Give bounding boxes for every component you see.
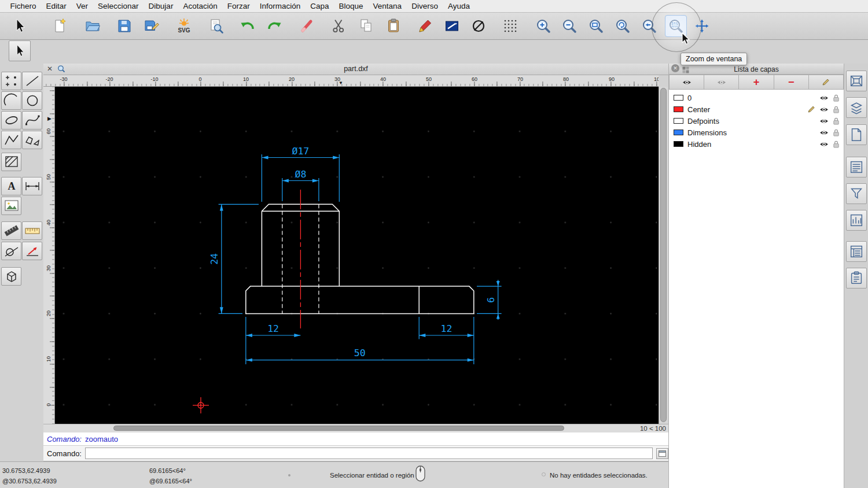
show-all-layers-button[interactable] (669, 75, 704, 90)
draw-line-button[interactable] (22, 72, 42, 90)
zoom-auto-button[interactable] (585, 15, 607, 37)
zoom-window-button[interactable] (665, 15, 687, 37)
layer-visibility-toggle[interactable] (819, 106, 829, 113)
layer-row-center[interactable]: Center (669, 103, 844, 115)
remove-layer-button[interactable]: − (774, 75, 809, 90)
edit-block-button[interactable] (441, 15, 463, 37)
menu-acotacion[interactable]: Acotación (178, 2, 222, 10)
layer-name: Dimensions (687, 128, 819, 137)
new-document-button[interactable] (49, 15, 71, 37)
red-pencil-icon (298, 17, 315, 35)
menu-editar[interactable]: Editar (41, 2, 71, 10)
pen-attributes-button[interactable] (414, 15, 436, 37)
draw-ellipse-button[interactable] (1, 111, 21, 130)
menu-forzar[interactable]: Forzar (222, 2, 255, 10)
menu-seleccionar[interactable]: Seleccionar (93, 2, 144, 10)
add-layer-button[interactable]: + (739, 75, 774, 90)
layer-lock-toggle[interactable] (833, 141, 840, 148)
select-pointer-button[interactable] (9, 15, 31, 37)
vertical-scrollbar-thumb[interactable] (660, 88, 667, 422)
layer-row-dimensions[interactable]: Dimensions (669, 127, 844, 138)
draw-shapes-button[interactable] (22, 131, 42, 149)
menu-ver[interactable]: Ver (71, 2, 93, 10)
horizontal-scrollbar-thumb[interactable] (113, 426, 564, 431)
menu-dibujar[interactable]: Dibujar (144, 2, 178, 10)
hide-all-layers-button[interactable] (704, 75, 739, 90)
list-panel-button[interactable] (846, 157, 867, 178)
layers-panel-button[interactable] (846, 97, 867, 118)
draw-point-button[interactable] (1, 72, 21, 90)
measure-ruler-button[interactable] (22, 221, 42, 240)
save-button[interactable] (113, 15, 135, 37)
zoom-in-button[interactable] (532, 15, 554, 37)
horizontal-scrollbar[interactable]: 10 < 100 (43, 424, 668, 432)
measure-circle-button[interactable] (1, 242, 21, 260)
3d-view-button[interactable] (1, 267, 21, 286)
menu-bloque[interactable]: Bloque (334, 2, 368, 10)
vertical-scrollbar[interactable] (659, 87, 668, 424)
zoom-out-button[interactable] (558, 15, 580, 37)
eye-icon (819, 118, 829, 124)
open-file-button[interactable] (82, 15, 104, 37)
clipboard-panel-button[interactable] (846, 268, 867, 289)
insert-image-button[interactable] (1, 197, 21, 215)
detail-list-panel-button[interactable] (846, 241, 867, 262)
paste-button[interactable] (382, 15, 404, 37)
layer-visibility-toggle[interactable] (819, 118, 829, 124)
layer-row-defpoints[interactable]: Defpoints (669, 115, 844, 127)
detail-list-icon (848, 243, 865, 260)
draw-arc-button[interactable] (1, 91, 21, 110)
layer-visibility-toggle[interactable] (819, 95, 829, 101)
menu-fichero[interactable]: Fichero (5, 2, 41, 10)
draw-spline-button[interactable] (22, 111, 42, 130)
edit-layer-button[interactable] (809, 75, 844, 90)
funnel-icon (848, 186, 865, 202)
svg-export-button[interactable]: SVG (173, 15, 195, 37)
zoom-previous-button[interactable] (638, 15, 660, 37)
list-panel-icon (848, 159, 865, 175)
menu-capa[interactable]: Capa (306, 2, 334, 10)
menu-informacion[interactable]: Información (255, 2, 306, 10)
menu-diverso[interactable]: Diverso (407, 2, 443, 10)
print-preview-button[interactable] (205, 15, 227, 37)
cut-button[interactable] (328, 15, 350, 37)
copy-button[interactable] (355, 15, 377, 37)
layer-visibility-toggle[interactable] (819, 141, 829, 147)
layer-color-swatch (674, 141, 683, 147)
layer-row-hidden[interactable]: Hidden (669, 138, 844, 150)
measure-angle-button[interactable] (22, 242, 42, 260)
command-input[interactable] (85, 448, 653, 459)
text-tool-button[interactable]: A (1, 177, 21, 195)
command-history: Comando: zoomauto (43, 432, 668, 446)
layer-visibility-toggle[interactable] (819, 130, 829, 136)
grid-snap-button[interactable] (499, 15, 521, 37)
current-tool-pointer-button[interactable] (9, 40, 31, 61)
measure-distance-button[interactable] (1, 221, 21, 240)
draw-polyline-button[interactable] (1, 131, 21, 149)
layer-lock-toggle[interactable] (833, 129, 840, 136)
palette-expander-icon[interactable]: ▶ (47, 116, 52, 121)
hatch-button[interactable] (1, 153, 21, 171)
draw-circle-button[interactable] (468, 15, 490, 37)
viewport-panel-button[interactable] (846, 71, 867, 91)
layer-lock-toggle[interactable] (833, 106, 840, 113)
command-widget-button[interactable] (656, 448, 668, 459)
dimension-tool-button[interactable] (22, 177, 42, 195)
save-as-button[interactable] (141, 15, 163, 37)
document-window-titlebar[interactable]: ✕ part.dxf (43, 64, 668, 75)
drawing-canvas[interactable]: Ø17 Ø8 24 6 (55, 87, 659, 424)
draw-circle-tool-button[interactable] (22, 91, 42, 110)
blank-panel-button[interactable] (846, 124, 867, 145)
layer-row-0[interactable]: 0 (669, 92, 844, 103)
menu-ayuda[interactable]: Ayuda (443, 2, 475, 10)
filter-panel-button[interactable] (846, 183, 867, 204)
menu-ventana[interactable]: Ventana (368, 2, 407, 10)
delete-button[interactable] (296, 15, 318, 37)
layer-lock-toggle[interactable] (833, 94, 840, 102)
zoom-pan-button[interactable] (691, 15, 713, 37)
undo-button[interactable] (237, 15, 259, 37)
report-panel-button[interactable] (846, 210, 867, 231)
zoom-redraw-button[interactable] (612, 15, 634, 37)
layer-lock-toggle[interactable] (833, 117, 840, 125)
redo-button[interactable] (263, 15, 285, 37)
